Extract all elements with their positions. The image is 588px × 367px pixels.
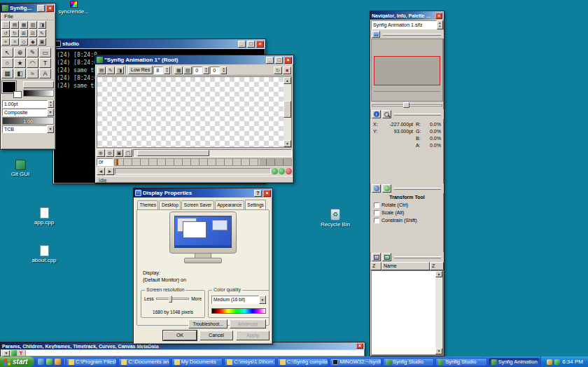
end-time-field[interactable]: 0 — [210, 67, 220, 74]
scroll-thumb[interactable] — [137, 150, 210, 156]
taskbar-button[interactable]: MINGW32:~/synfig — [330, 358, 382, 366]
tab-desktop[interactable]: Desktop — [159, 200, 181, 209]
help-button[interactable]: ? — [254, 190, 262, 197]
layers-grip[interactable] — [370, 252, 444, 262]
scroll-up-icon[interactable]: ▲ — [284, 77, 291, 84]
desktop-icon-syncrender[interactable]: syncrende... — [55, 1, 92, 15]
record-icon[interactable] — [286, 168, 292, 174]
horizontal-scrollbar[interactable] — [133, 149, 292, 157]
opacity-slider[interactable]: 1.00 — [2, 117, 54, 125]
transform-tool-icon[interactable]: ↖ — [1, 48, 13, 57]
toolbox-titlebar[interactable]: Synfig... _ × — [1, 4, 55, 13]
scroll-up-icon[interactable]: ▲ — [435, 271, 442, 277]
taskbar-button[interactable]: C:\Documents an... — [118, 358, 170, 366]
internet-explorer-icon[interactable] — [38, 359, 44, 365]
timebar[interactable] — [114, 158, 292, 166]
grid-show-icon[interactable]: ▦ — [174, 67, 183, 74]
brush-width-field[interactable]: 1.00pt — [2, 100, 48, 108]
resolution-slider[interactable] — [156, 298, 189, 300]
navigator-zoom-slider[interactable] — [372, 102, 442, 109]
layers-list[interactable]: ▲ ▼ — [371, 270, 443, 355]
time-cursor[interactable] — [116, 159, 118, 165]
scroll-track[interactable] — [284, 84, 291, 140]
zoom-in-icon[interactable]: ⊕ — [97, 149, 105, 157]
time-slider-track[interactable] — [115, 168, 271, 174]
tool-options-grip[interactable] — [370, 184, 444, 193]
menu-file[interactable]: File — [1, 13, 17, 20]
canvas-titlebar[interactable]: "Synfig Animation 1" (Root) _ □ × — [95, 55, 293, 64]
scroll-track[interactable] — [435, 277, 442, 348]
grid-icon[interactable]: ▣ — [38, 38, 46, 46]
taskbar-button-active[interactable]: Synfig Animation ... — [489, 358, 540, 366]
scroll-down-icon[interactable]: ▼ — [435, 348, 442, 354]
column-header-name[interactable]: Name — [382, 262, 430, 270]
swap-colors-button[interactable] — [23, 81, 54, 88]
palette-tab-icon[interactable] — [382, 184, 391, 193]
rectangle-tool-icon[interactable]: ▭ — [39, 48, 51, 57]
constrain-checkbox-row[interactable]: Constrain (Shift) — [370, 216, 444, 224]
close-button[interactable]: × — [256, 41, 264, 48]
children-tab-icon[interactable] — [382, 253, 391, 261]
clock[interactable]: 6:34 PM — [562, 359, 583, 365]
seek-prev-icon[interactable]: ◄ — [97, 167, 105, 175]
text-param-icon[interactable]: T — [18, 350, 24, 356]
save-icon[interactable]: ▦ — [20, 21, 28, 29]
tray-icon[interactable] — [547, 359, 552, 365]
list-icon[interactable]: ≡ — [10, 38, 19, 46]
document-select[interactable]: Synfig Animation 1.sifz — [371, 20, 437, 29]
bline-tool-icon[interactable]: ◠ — [27, 58, 38, 68]
spinner-arrows-icon[interactable]: ▴▾ — [48, 100, 54, 108]
taskbar-button[interactable]: C:\Program Files\... — [66, 358, 118, 366]
delete-icon[interactable]: × — [1, 38, 10, 46]
taskbar-button[interactable]: C:\Synfig compilat... — [277, 358, 329, 366]
quality-spinner[interactable]: 8 — [153, 67, 163, 74]
magnifier-icon[interactable] — [382, 110, 391, 118]
outline-color-swatch[interactable] — [13, 91, 22, 98]
scroll-down-icon[interactable]: ▼ — [284, 140, 291, 147]
circle-tool-icon[interactable]: ○ — [1, 58, 13, 68]
new-file-icon[interactable]: □ — [1, 21, 10, 29]
desktop-icon-about-cpp[interactable]: about.cpp — [25, 245, 63, 263]
chevron-down-icon[interactable]: ▼ — [47, 109, 54, 116]
show-desktop-icon[interactable] — [46, 359, 52, 365]
minimize-button[interactable]: _ — [266, 57, 274, 64]
gradient-preview[interactable] — [23, 90, 54, 97]
layers-tab-icon[interactable] — [372, 253, 381, 261]
current-time-field[interactable]: 0f — [97, 158, 113, 166]
taskbar-button[interactable]: C:\msys\1.0\hom... — [224, 358, 276, 366]
gradient-tool-icon[interactable]: ▦ — [1, 69, 13, 78]
scale-checkbox-row[interactable]: Scale (Alt) — [370, 209, 444, 216]
stop-icon[interactable]: ■ — [283, 67, 291, 74]
tool-options-tab-icon[interactable] — [372, 184, 381, 193]
info-tab-icon[interactable]: i — [372, 110, 381, 118]
vertical-scrollbar[interactable]: ▲ ▼ — [435, 271, 442, 354]
cancel-button[interactable]: Cancel — [200, 331, 233, 340]
minimize-button[interactable]: _ — [238, 41, 246, 48]
checkbox-icon[interactable] — [374, 210, 379, 216]
canvas-checkerboard[interactable] — [97, 77, 284, 147]
spinner-arrows-icon[interactable]: ▴▾ — [437, 20, 443, 29]
canvas-viewport[interactable]: ▲ ▼ — [97, 76, 292, 148]
tray-icon[interactable] — [554, 359, 560, 365]
grip-handle[interactable] — [394, 113, 441, 116]
color-quality-value[interactable]: Medium (16 bit) — [211, 296, 259, 304]
spinner-arrows-icon[interactable]: ▴▾ — [203, 67, 209, 74]
keyframe-future-icon[interactable]: ◨ — [115, 67, 124, 74]
close-button[interactable]: × — [284, 57, 292, 64]
spinner-arrows-icon[interactable]: ▴▾ — [164, 67, 170, 74]
maximize-button[interactable]: □ — [275, 57, 283, 64]
grip-handle[interactable] — [383, 34, 441, 36]
tab-appearance[interactable]: Appearance — [215, 200, 244, 209]
open-file-icon[interactable]: ▤ — [10, 21, 19, 29]
taskbar-button[interactable]: My Documents — [172, 358, 223, 366]
close-button[interactable]: × — [435, 13, 442, 19]
slider-thumb[interactable] — [169, 296, 172, 303]
tab-screen-saver[interactable]: Screen Saver — [181, 200, 214, 209]
navigator-tab-icon[interactable] — [372, 31, 380, 38]
apply-button[interactable]: Apply — [236, 331, 270, 340]
star-tool-icon[interactable]: ★ — [14, 58, 26, 68]
navigator-grip[interactable] — [370, 30, 444, 39]
close-button[interactable]: × — [46, 5, 54, 12]
blend-method-select[interactable]: Composite — [2, 109, 47, 116]
navigator-viewport-rect[interactable] — [374, 56, 440, 85]
